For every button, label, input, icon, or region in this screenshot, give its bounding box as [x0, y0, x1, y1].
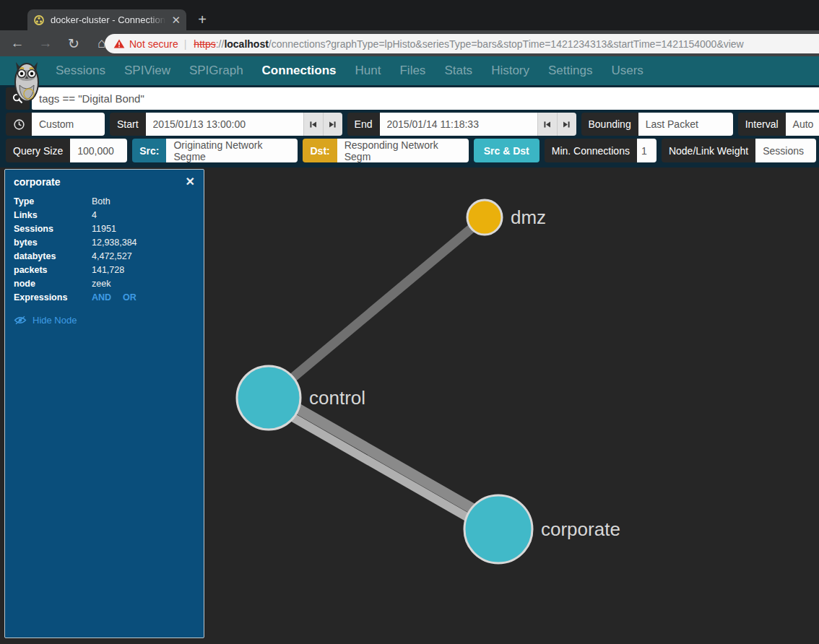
- nav-item-settings[interactable]: Settings: [539, 64, 602, 78]
- link-control-dmz[interactable]: [269, 217, 485, 398]
- browser-tab-strip: docker-cluster - Connection ✕ +: [0, 0, 819, 30]
- nav-item-connections[interactable]: Connections: [253, 64, 346, 78]
- clock-icon: [13, 118, 25, 131]
- url-path: /connections?graphType=lpHisto&seriesTyp…: [269, 38, 744, 50]
- eye-slash-icon: [14, 316, 27, 325]
- query-size-select[interactable]: 100,000: [70, 139, 127, 162]
- src-field-select[interactable]: Originating Network Segme: [166, 139, 298, 162]
- nav-item-sessions[interactable]: Sessions: [46, 64, 115, 78]
- graph-node-label-corporate: corporate: [541, 518, 620, 540]
- panel-row-databytes: databytes 4,472,527: [14, 250, 195, 264]
- min-connections-label: Min. Connections: [545, 139, 637, 162]
- graph-node-label-control: control: [309, 387, 365, 409]
- reload-icon[interactable]: ↻: [63, 33, 84, 53]
- not-secure-label: Not secure: [129, 38, 178, 50]
- new-tab-button[interactable]: +: [194, 11, 211, 28]
- hide-node-label: Hide Node: [32, 315, 77, 326]
- nav-item-files[interactable]: Files: [390, 64, 435, 78]
- time-range-button[interactable]: [6, 113, 32, 136]
- node-info-panel: corporate ✕ Type Both Links 4 Sessions 1…: [4, 169, 204, 638]
- time-row: Custom Start End Bounding Last Packet: [0, 113, 819, 136]
- tab-title: docker-cluster - Connection: [51, 14, 168, 25]
- end-time-input[interactable]: [380, 113, 537, 136]
- hide-node-button[interactable]: Hide Node: [14, 315, 195, 326]
- graph-node-label-dmz: dmz: [511, 206, 546, 228]
- warning-triangle-icon: [113, 38, 125, 49]
- expressions-label: Expressions: [14, 291, 92, 305]
- start-label: Start: [110, 113, 146, 136]
- src-dst-toggle-button[interactable]: Src & Dst: [474, 139, 540, 162]
- time-range-select[interactable]: Custom: [32, 113, 105, 136]
- arkime-owl-logo[interactable]: [10, 59, 43, 104]
- controls-area: Custom Start End Bounding Last Packet: [0, 85, 819, 167]
- bounding-label: Bounding: [581, 113, 638, 136]
- connections-graph-area: dmzcontrolcorporate corporate ✕ Type Bot…: [0, 167, 819, 644]
- url-scheme: https: [194, 38, 215, 50]
- node-link-weight-label: Node/Link Weight: [662, 139, 755, 162]
- panel-row-links: Links 4: [14, 209, 195, 222]
- expression-and-link[interactable]: AND: [92, 291, 111, 305]
- nav-item-spiview[interactable]: SPIView: [115, 64, 180, 78]
- expression-or-link[interactable]: OR: [123, 291, 136, 305]
- search-input[interactable]: [32, 87, 819, 110]
- start-skip-back-button[interactable]: [303, 113, 323, 136]
- forward-icon[interactable]: →: [35, 33, 56, 53]
- dst-badge: Dst:: [303, 139, 337, 162]
- query-size-label: Query Size: [6, 139, 70, 162]
- graph-node-corporate[interactable]: [464, 495, 532, 563]
- panel-row-sessions: Sessions 11951: [14, 222, 195, 236]
- url-slashes: ://: [216, 38, 225, 50]
- graph-node-dmz[interactable]: [467, 200, 502, 235]
- interval-select[interactable]: Auto: [786, 113, 819, 136]
- dst-field-select[interactable]: Responding Network Segm: [337, 139, 469, 162]
- tab-close-icon[interactable]: ✕: [171, 14, 181, 25]
- panel-row-bytes: bytes 12,938,384: [14, 236, 195, 250]
- panel-row-expressions: Expressions AND OR: [14, 291, 195, 305]
- interval-label: Interval: [738, 113, 786, 136]
- panel-title: corporate: [14, 176, 186, 188]
- min-connections-input[interactable]: [637, 139, 656, 162]
- connections-toolbar-row: Query Size 100,000 Src: Originating Netw…: [0, 139, 819, 162]
- nav-item-spigraph[interactable]: SPIGraph: [180, 64, 253, 78]
- tab-favicon: [33, 14, 45, 26]
- panel-row-node: node zeek: [14, 277, 195, 291]
- end-skip-back-button[interactable]: [537, 113, 557, 136]
- start-skip-forward-button[interactable]: [323, 113, 342, 136]
- url-bar[interactable]: Not secure | https://localhost/connectio…: [105, 34, 819, 53]
- back-icon[interactable]: ←: [6, 33, 28, 53]
- end-label: End: [347, 113, 380, 136]
- start-time-input[interactable]: [146, 113, 303, 136]
- app-navbar: Sessions SPIView SPIGraph Connections Hu…: [0, 56, 819, 85]
- src-badge: Src:: [132, 139, 166, 162]
- weight-select[interactable]: Sessions: [755, 139, 816, 162]
- nav-item-stats[interactable]: Stats: [435, 64, 482, 78]
- url-host: localhost: [224, 38, 268, 50]
- search-row: [0, 87, 819, 110]
- url-separator: |: [184, 38, 187, 50]
- nav-item-history[interactable]: History: [482, 64, 539, 78]
- nav-item-hunt[interactable]: Hunt: [346, 64, 391, 78]
- link-control-corporate[interactable]: [271, 393, 500, 525]
- graph-node-control[interactable]: [237, 366, 300, 430]
- browser-tab[interactable]: docker-cluster - Connection ✕: [27, 9, 186, 30]
- link-control-corporate[interactable]: [266, 402, 496, 534]
- bounding-select[interactable]: Last Packet: [638, 113, 733, 136]
- nav-item-users[interactable]: Users: [602, 64, 652, 78]
- panel-row-packets: packets 141,728: [14, 264, 195, 277]
- panel-close-icon[interactable]: ✕: [186, 176, 195, 188]
- panel-row-type: Type Both: [14, 195, 195, 209]
- end-skip-forward-button[interactable]: [557, 113, 576, 136]
